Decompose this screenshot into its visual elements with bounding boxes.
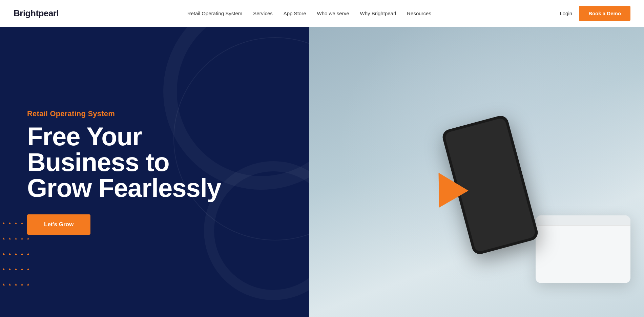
dot-20 (27, 268, 29, 270)
dot-6 (3, 237, 5, 239)
hero-cta-button[interactable]: Let's Grow (27, 214, 90, 235)
hero-title-line3: Grow Fearlessly (27, 173, 221, 202)
navbar: Brightpearl Retail Operating System Serv… (0, 0, 644, 27)
nav-item-who-we-serve[interactable]: Who we serve (317, 10, 349, 17)
dot-12 (9, 253, 11, 255)
dot-22 (9, 283, 11, 286)
nav-link-why-brightpearl[interactable]: Why Brightpearl (360, 10, 396, 16)
dot-10 (27, 237, 29, 239)
book-demo-button[interactable]: Book a Demo (579, 6, 630, 21)
nav-item-resources[interactable]: Resources (407, 10, 431, 17)
nav-link-resources[interactable]: Resources (407, 10, 431, 16)
nav-item-retail-os[interactable]: Retail Operating System (187, 10, 243, 17)
dot-1 (3, 222, 5, 224)
dot-24 (21, 283, 23, 286)
nav-link-retail-os[interactable]: Retail Operating System (187, 10, 243, 16)
dot-15 (27, 253, 29, 255)
nav-link-services[interactable]: Services (253, 10, 273, 16)
dot-19 (21, 268, 23, 270)
dot-2 (9, 222, 11, 224)
receipt-printer-top (536, 215, 630, 226)
hero-left-panel: Retail Operating System Free Your Busine… (0, 27, 309, 317)
hero-title-line1: Free Your (27, 122, 142, 151)
dot-16 (3, 268, 5, 270)
nav-item-app-store[interactable]: App Store (284, 10, 306, 17)
hero-right-panel (309, 27, 644, 317)
receipt-printer-shape (536, 215, 630, 283)
dot-14 (21, 253, 23, 255)
dots-pattern-decoration (0, 222, 27, 297)
hero-subtitle: Retail Operating System (27, 109, 289, 118)
brand-logo[interactable]: Brightpearl (14, 8, 59, 19)
dot-25 (27, 283, 29, 286)
hero-title-line2: Business to (27, 148, 169, 176)
navbar-right: Login Book a Demo (560, 6, 630, 21)
dot-8 (15, 237, 17, 239)
dot-13 (15, 253, 17, 255)
hero-section: Retail Operating System Free Your Busine… (0, 27, 644, 317)
dot-17 (9, 268, 11, 270)
dot-7 (9, 237, 11, 239)
dot-21 (3, 283, 5, 286)
login-link[interactable]: Login (560, 10, 572, 16)
dot-23 (15, 283, 17, 286)
nav-item-services[interactable]: Services (253, 10, 273, 17)
dot-9 (21, 237, 23, 239)
hero-title: Free Your Business to Grow Fearlessly (27, 124, 289, 201)
nav-link-who-we-serve[interactable]: Who we serve (317, 10, 349, 16)
dot-18 (15, 268, 17, 270)
nav-link-app-store[interactable]: App Store (284, 10, 306, 16)
dot-11 (3, 253, 5, 255)
dot-4 (21, 222, 23, 224)
nav-item-why-brightpearl[interactable]: Why Brightpearl (360, 10, 396, 17)
nav-links: Retail Operating System Services App Sto… (187, 10, 431, 17)
dot-3 (15, 222, 17, 224)
